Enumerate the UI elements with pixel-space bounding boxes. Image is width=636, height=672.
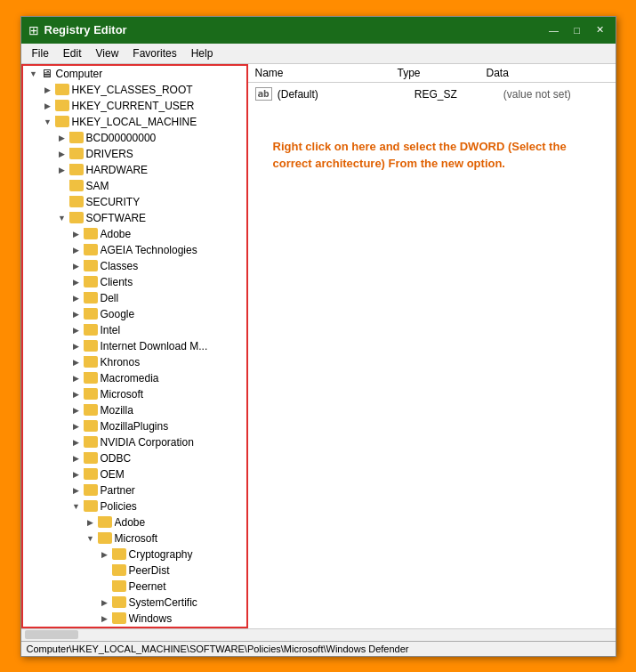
- tree-label-computer: Computer: [56, 68, 103, 80]
- expand-icon-pol-microsoft: ▼: [84, 534, 98, 543]
- tree-label-bcd: BCD00000000: [86, 132, 157, 144]
- expand-icon-nvidia: ▶: [69, 438, 84, 447]
- expand-icon-bcd: ▶: [55, 134, 69, 142]
- col-header-type: Type: [398, 67, 487, 79]
- tree-item-systemcertific[interactable]: ▶ SystemCertific: [23, 595, 246, 611]
- menu-file[interactable]: File: [25, 45, 56, 61]
- tree-label-software: SOFTWARE: [86, 212, 147, 224]
- menu-help[interactable]: Help: [184, 45, 221, 61]
- tree-label-oem: OEM: [101, 468, 125, 481]
- tree-label-nvidia: NVIDIA Corporation: [101, 436, 194, 449]
- data-row-name: (Default): [278, 88, 415, 101]
- expand-icon-oem: ▶: [69, 470, 84, 479]
- tree-item-computer[interactable]: ▼ 🖥 Computer: [23, 66, 246, 82]
- tree-item-local-machine[interactable]: ▼ HKEY_LOCAL_MACHINE: [23, 114, 246, 130]
- registry-data-content[interactable]: ab (Default) REG_SZ (value not set) Righ…: [248, 83, 616, 628]
- tree-item-peerdist[interactable]: PeerDist: [23, 563, 246, 579]
- tree-item-drivers[interactable]: ▶ DRIVERS: [23, 146, 246, 162]
- tree-item-current-user[interactable]: ▶ HKEY_CURRENT_USER: [23, 98, 246, 114]
- close-button[interactable]: ✕: [592, 22, 608, 38]
- expand-icon-pol-adobe: ▶: [84, 518, 98, 527]
- expand-icon-partner: ▶: [69, 486, 84, 495]
- tree-item-hardware[interactable]: ▶ HARDWARE: [23, 162, 246, 178]
- tree-item-software[interactable]: ▼ SOFTWARE: [23, 210, 246, 226]
- expand-icon-drivers: ▶: [55, 150, 69, 158]
- data-row-default[interactable]: ab (Default) REG_SZ (value not set): [255, 86, 608, 102]
- expand-icon-idm: ▶: [69, 342, 84, 351]
- tree-item-partner[interactable]: ▶ Partner: [23, 482, 246, 498]
- tree-item-intel[interactable]: ▶ Intel: [23, 322, 246, 338]
- tree-item-odbc[interactable]: ▶ ODBC: [23, 450, 246, 466]
- tree-item-policies[interactable]: ▼ Policies: [23, 498, 246, 514]
- menu-view[interactable]: View: [89, 45, 126, 61]
- data-row-type: REG_SZ: [415, 88, 503, 101]
- tree-item-security[interactable]: SECURITY: [23, 194, 246, 210]
- annotation-text: Right click on here and select the DWORD…: [255, 102, 608, 190]
- tree-item-cryptography[interactable]: ▶ Cryptography: [23, 547, 246, 563]
- tree-label-hardware: HARDWARE: [86, 164, 149, 176]
- expand-icon-google: ▶: [69, 310, 84, 319]
- tree-item-mozilla[interactable]: ▶ Mozilla: [23, 402, 246, 418]
- expand-icon-classes: ▶: [69, 262, 84, 271]
- tree-item-sam[interactable]: SAM: [23, 178, 246, 194]
- registry-editor-window: ⊞ Registry Editor — □ ✕ File Edit View F…: [20, 16, 616, 657]
- tree-item-bcd[interactable]: ▶ BCD00000000: [23, 130, 246, 146]
- expand-icon-policies: ▼: [69, 502, 84, 511]
- tree-label-local-machine: HKEY_LOCAL_MACHINE: [72, 116, 197, 128]
- maximize-button[interactable]: □: [569, 22, 585, 38]
- tree-item-idm[interactable]: ▶ Internet Download M...: [23, 338, 246, 354]
- ab-icon: ab: [255, 87, 272, 101]
- tree-item-adobe[interactable]: ▶ Adobe: [23, 226, 246, 242]
- right-panel: Name Type Data ab (Default) REG_SZ (valu…: [248, 64, 616, 628]
- tree-item-pol-microsoft[interactable]: ▼ Microsoft: [23, 530, 246, 547]
- tree-item-classes[interactable]: ▶ Classes: [23, 258, 246, 274]
- tree-item-nvidia[interactable]: ▶ NVIDIA Corporation: [23, 434, 246, 450]
- tree-item-mozillaplugins[interactable]: ▶ MozillaPlugins: [23, 418, 246, 434]
- tree-label-dell: Dell: [101, 292, 119, 304]
- tree-item-classes-root[interactable]: ▶ HKEY_CLASSES_ROOT: [23, 82, 246, 98]
- tree-item-microsoft-sw[interactable]: ▶ Microsoft: [23, 386, 246, 402]
- menu-bar: File Edit View Favorites Help: [21, 44, 616, 64]
- expand-icon-macromedia: ▶: [69, 374, 84, 383]
- tree-item-khronos[interactable]: ▶ Khronos: [23, 354, 246, 370]
- registry-tree[interactable]: ▼ 🖥 Computer ▶ HKEY_CLASSES_ROOT ▶ HKEY_…: [21, 64, 248, 628]
- status-bar: Computer\HKEY_LOCAL_MACHINE\SOFTWARE\Pol…: [21, 641, 616, 656]
- window-title: Registry Editor: [44, 23, 546, 36]
- tree-item-windows[interactable]: ▶ Windows: [23, 611, 246, 627]
- tree-label-classes-root: HKEY_CLASSES_ROOT: [72, 84, 193, 96]
- scroll-bar-area[interactable]: [21, 628, 616, 641]
- col-header-data: Data: [487, 67, 608, 79]
- tree-item-ageia[interactable]: ▶ AGEIA Technologies: [23, 242, 246, 258]
- tree-item-peernet[interactable]: Peernet: [23, 579, 246, 595]
- col-header-name: Name: [255, 67, 398, 79]
- expand-icon-ageia: ▶: [69, 246, 84, 255]
- expand-icon-dell: ▶: [69, 294, 84, 303]
- menu-favorites[interactable]: Favorites: [125, 45, 183, 61]
- expand-icon-odbc: ▶: [69, 454, 84, 463]
- menu-edit[interactable]: Edit: [56, 45, 89, 61]
- tree-label-odbc: ODBC: [101, 452, 132, 465]
- tree-item-macromedia[interactable]: ▶ Macromedia: [23, 370, 246, 386]
- tree-item-pol-adobe[interactable]: ▶ Adobe: [23, 514, 246, 530]
- expand-icon-windows: ▶: [98, 614, 112, 623]
- tree-label-mozillaplugins: MozillaPlugins: [101, 420, 169, 433]
- expand-icon-mozillaplugins: ▶: [69, 422, 84, 431]
- expand-icon-classes-root: ▶: [41, 85, 55, 94]
- tree-item-google[interactable]: ▶ Google: [23, 306, 246, 322]
- tree-label-pol-microsoft: Microsoft: [115, 532, 158, 545]
- tree-label-idm: Internet Download M...: [101, 340, 208, 352]
- horizontal-scrollbar-thumb[interactable]: [25, 630, 78, 639]
- main-content: ▼ 🖥 Computer ▶ HKEY_CLASSES_ROOT ▶ HKEY_…: [21, 64, 616, 628]
- tree-label-current-user: HKEY_CURRENT_USER: [72, 100, 195, 112]
- minimize-button[interactable]: —: [546, 22, 562, 38]
- tree-item-oem[interactable]: ▶ OEM: [23, 466, 246, 482]
- expand-icon-computer: ▼: [27, 69, 41, 78]
- expand-icon-systemcertific: ▶: [98, 598, 112, 607]
- column-headers: Name Type Data: [248, 64, 616, 83]
- tree-label-sam: SAM: [86, 180, 109, 192]
- tree-label-systemcertific: SystemCertific: [129, 596, 197, 609]
- tree-item-dell[interactable]: ▶ Dell: [23, 290, 246, 306]
- tree-item-clients[interactable]: ▶ Clients: [23, 274, 246, 290]
- expand-icon-current-user: ▶: [41, 101, 55, 110]
- tree-label-peernet: Peernet: [129, 580, 166, 593]
